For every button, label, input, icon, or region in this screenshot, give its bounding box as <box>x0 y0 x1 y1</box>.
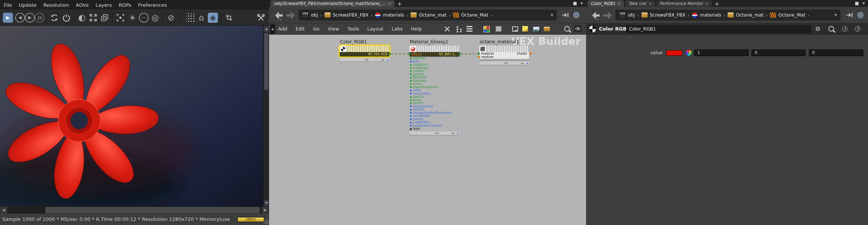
skip-back-icon[interactable]: ◀ <box>15 13 25 23</box>
node-octane-material[interactable]: material shader medium <box>479 46 529 60</box>
input-dot-icon[interactable] <box>410 109 412 111</box>
input-dot-icon[interactable] <box>410 80 412 82</box>
network-menu-item[interactable]: Tools <box>347 26 359 32</box>
octane-menu-item[interactable]: Layers <box>95 2 112 8</box>
output-dot-icon[interactable] <box>389 53 391 55</box>
close-icon[interactable]: × <box>648 1 652 6</box>
node-title[interactable]: octane_material1 <box>480 39 519 44</box>
input-dot-icon[interactable] <box>410 67 412 69</box>
render-horizontal-scrollbar[interactable]: ◀ ▶ <box>0 207 269 214</box>
octane-menu-item[interactable]: Resolution <box>43 2 69 8</box>
breadcrumb-item[interactable]: Octane_Mat › <box>453 12 492 18</box>
window-resize-grip[interactable] <box>264 219 269 224</box>
network-menu-item[interactable]: Edit <box>295 26 305 32</box>
render-viewport[interactable] <box>0 26 263 207</box>
back-icon[interactable]: ▾ <box>272 10 283 20</box>
focus-icon[interactable] <box>115 13 125 23</box>
input-dot-icon[interactable] <box>410 70 412 72</box>
contrast-icon[interactable]: ◐ <box>77 13 87 23</box>
tree-view-icon[interactable] <box>456 25 463 33</box>
input-dot-icon[interactable] <box>478 52 480 55</box>
breadcrumb-item[interactable]: materials › <box>375 12 409 18</box>
close-icon[interactable]: × <box>705 1 709 6</box>
path-dropdown-icon[interactable]: ▼ <box>551 13 553 17</box>
node-type-dropdown-icon[interactable]: ▾ <box>594 30 596 33</box>
network-menu-item[interactable]: View <box>328 26 339 32</box>
more-options-icon[interactable]: ⋯ <box>139 13 149 23</box>
output-dot-icon[interactable] <box>459 53 461 55</box>
input-dot-icon[interactable] <box>410 122 412 124</box>
output-dot-icon[interactable] <box>529 52 532 55</box>
breadcrumb[interactable]: obj › ScrewsFBX_FBX › materials <box>299 10 557 20</box>
search-icon[interactable] <box>563 25 571 33</box>
node-title[interactable]: Color_RGB1 <box>340 39 367 44</box>
network-menu-item[interactable]: Help <box>411 26 422 32</box>
wire-glossy-to-material[interactable] <box>461 54 479 54</box>
input-dot-icon[interactable] <box>410 128 412 130</box>
scroll-up-icon[interactable]: ▲ <box>264 26 269 32</box>
canvas-scroll-up-icon[interactable]: ▲ <box>270 24 275 34</box>
tools-wrench-icon[interactable] <box>256 13 266 23</box>
input-dot-icon[interactable] <box>410 118 412 120</box>
tools-cross-icon[interactable] <box>443 25 451 33</box>
breadcrumb[interactable]: obj › ScrewsFBX_FBX › materials <box>616 10 840 20</box>
octane-menu-item[interactable]: AOVs <box>76 2 89 8</box>
vertical-scroll-thumb[interactable] <box>264 33 268 90</box>
scroll-right-icon[interactable]: ▶ <box>262 207 269 213</box>
node-material-glossy[interactable]: diffuse NT_MAT_G… <box>409 46 460 57</box>
breadcrumb-item[interactable]: obj › <box>619 12 639 18</box>
value-field-r[interactable]: 1 <box>694 49 749 56</box>
wire-color-to-glossy[interactable] <box>391 54 409 54</box>
grid-layout-icon[interactable] <box>495 25 502 33</box>
breadcrumb-item[interactable]: Octane_mat › <box>728 12 768 18</box>
input-dot-icon[interactable] <box>410 125 412 127</box>
asset-box-icon[interactable] <box>543 25 551 33</box>
input-dot-icon[interactable] <box>410 103 412 104</box>
background-image-icon[interactable] <box>532 25 540 33</box>
render-sphere-icon[interactable]: ◉ <box>208 13 218 23</box>
octane-menu-item[interactable]: Preferences <box>138 2 167 8</box>
pane-menu-icon[interactable]: ▼ <box>862 2 865 5</box>
value-field-b[interactable]: 0 <box>809 49 863 56</box>
network-menu-item[interactable]: Go <box>313 26 319 32</box>
input-dot-icon[interactable] <box>408 53 410 55</box>
input-dot-icon[interactable] <box>410 64 412 66</box>
pane-menu-icon[interactable]: ▼ <box>580 2 583 5</box>
back-icon[interactable]: ▾ <box>589 10 600 20</box>
breadcrumb-item[interactable]: Octane_mat › <box>411 12 451 18</box>
network-menu-item[interactable]: Layout <box>367 26 383 32</box>
node-name-field[interactable]: Color_RGB1 <box>626 25 811 33</box>
octane-menu-item[interactable]: File <box>4 2 12 8</box>
pause-icon[interactable] <box>35 13 45 23</box>
tab-take-list[interactable]: Take List × <box>625 0 655 7</box>
input-dot-icon[interactable] <box>410 58 412 60</box>
network-tab[interactable]: /obj/ScrewsFBX_FBX/materials/Octane_mat/… <box>271 0 394 7</box>
scroll-down-icon[interactable]: ▼ <box>264 200 269 206</box>
forward-icon[interactable] <box>286 10 297 20</box>
color-swatch[interactable] <box>666 50 682 56</box>
visibility-eye-icon[interactable] <box>574 25 582 33</box>
expand-icon[interactable] <box>88 13 98 23</box>
refresh-icon[interactable] <box>49 13 59 23</box>
color-palette-icon[interactable] <box>483 25 490 33</box>
follow-target-icon[interactable] <box>857 12 863 18</box>
pane-maximize-icon[interactable] <box>573 2 577 5</box>
add-tab-button[interactable]: + <box>397 1 402 7</box>
help-icon[interactable]: ? <box>854 25 862 33</box>
search-icon[interactable] <box>828 25 835 33</box>
forward-icon[interactable] <box>603 10 614 20</box>
horizontal-scroll-thumb[interactable] <box>45 207 260 213</box>
input-dot-icon[interactable] <box>410 93 412 95</box>
sticky-note-icon[interactable] <box>522 25 529 33</box>
breadcrumb-item[interactable]: ScrewsFBX_FBX › <box>642 12 690 18</box>
pane-maximize-icon[interactable] <box>855 2 859 5</box>
input-dot-icon[interactable] <box>478 56 480 58</box>
gear-icon[interactable]: ⚙ <box>814 25 822 33</box>
node-input-row[interactable]: layer <box>411 127 452 131</box>
path-dropdown-icon[interactable]: ▼ <box>834 13 837 17</box>
input-dot-icon[interactable] <box>410 115 412 117</box>
target-rings-icon[interactable]: ◎ <box>150 13 160 23</box>
list-view-icon[interactable] <box>466 25 473 33</box>
input-dot-icon[interactable] <box>410 99 412 101</box>
input-dot-icon[interactable] <box>410 61 412 63</box>
